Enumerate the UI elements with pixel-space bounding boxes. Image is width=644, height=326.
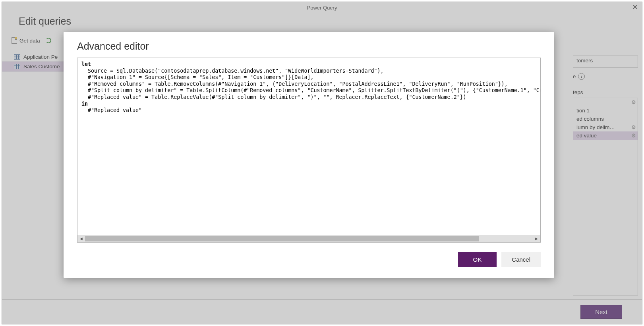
query-label: Sales Custome (23, 64, 60, 69)
get-data-label: Get data (19, 38, 40, 44)
applied-step[interactable]: ⚙ (573, 98, 638, 106)
applied-step[interactable]: ed value ⚙ (573, 131, 638, 140)
applied-steps-list: ⚙ tion 1 ed columns lumn by delim… ⚙ ed … (573, 98, 638, 295)
gear-icon[interactable]: ⚙ (631, 133, 636, 139)
advanced-editor-dialog: Advanced editor let Source = Sql.Databas… (64, 32, 554, 278)
close-icon[interactable]: ✕ (632, 4, 638, 11)
dialog-footer: OK Cancel (77, 252, 541, 267)
info-icon[interactable]: i (578, 73, 585, 80)
ok-button[interactable]: OK (458, 252, 497, 267)
dialog-title: Advanced editor (77, 41, 541, 52)
scrollbar-track[interactable] (85, 236, 533, 241)
query-label: Application Pe (23, 54, 58, 60)
page-title: Edit queries (2, 13, 642, 32)
gear-icon[interactable]: ⚙ (631, 99, 636, 105)
document-icon (12, 37, 17, 44)
applied-step[interactable]: tion 1 (573, 106, 638, 115)
scroll-left-icon[interactable]: ◄ (79, 236, 83, 241)
refresh-button[interactable] (46, 38, 51, 43)
table-icon (14, 64, 20, 69)
applied-steps-header: teps (573, 89, 638, 95)
window-titlebar: Power Query ✕ (2, 2, 642, 13)
get-data-button[interactable]: Get data (12, 37, 40, 44)
cancel-button[interactable]: Cancel (501, 252, 541, 267)
next-button[interactable]: Next (580, 305, 622, 319)
refresh-icon (46, 38, 51, 43)
applied-step[interactable]: ed columns (573, 115, 638, 123)
code-content[interactable]: let Source = Sql.Database("contosodatapr… (77, 58, 540, 235)
horizontal-scrollbar[interactable]: ◄ ► (77, 235, 540, 242)
scroll-right-icon[interactable]: ► (534, 236, 539, 241)
query-name-input[interactable]: tomers (573, 56, 638, 68)
table-icon (14, 54, 20, 60)
entity-row: e i (573, 73, 638, 80)
code-editor[interactable]: let Source = Sql.Database("contosodatapr… (77, 58, 541, 243)
scrollbar-thumb[interactable] (85, 236, 479, 241)
window-title: Power Query (307, 5, 337, 11)
gear-icon[interactable]: ⚙ (631, 124, 636, 130)
applied-step[interactable]: lumn by delim… ⚙ (573, 123, 638, 131)
footer-bar: Next (2, 299, 642, 324)
